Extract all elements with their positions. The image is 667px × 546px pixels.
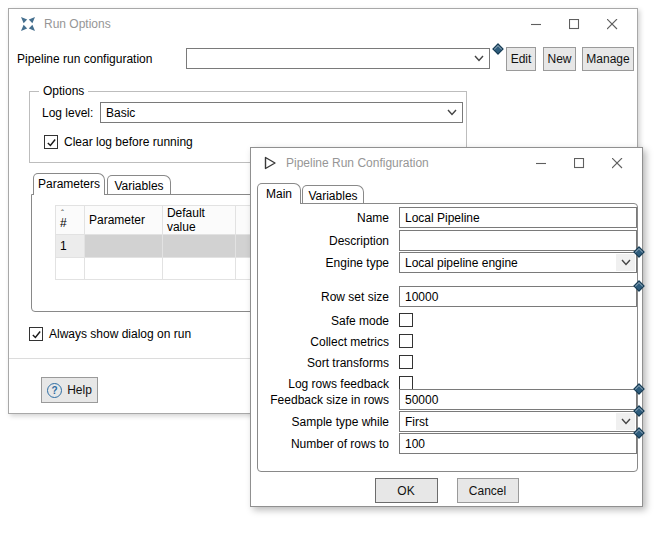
feedback-size-row: Feedback size in rows: [258, 389, 637, 410]
log-level-label: Log level:: [42, 106, 93, 120]
manage-button[interactable]: Manage: [582, 47, 634, 71]
pipeline-run-configuration-dialog: Pipeline Run Configuration Main Variable…: [250, 147, 643, 507]
default-value-cell[interactable]: [162, 235, 235, 258]
checkmark-icon: [46, 137, 57, 148]
parameter-cell[interactable]: [84, 235, 162, 258]
log-level-value: Basic: [106, 106, 442, 120]
screenshot-stage: Run Options Pipeline run configuration: [0, 0, 667, 546]
number-of-rows-label: Number of rows to: [258, 433, 394, 454]
always-show-row: Always show dialog on run: [29, 327, 191, 341]
checkmark-icon: [31, 329, 42, 340]
description-input[interactable]: [399, 230, 637, 251]
tab-variables[interactable]: Variables: [107, 175, 171, 195]
safe-mode-label: Safe mode: [258, 310, 394, 331]
sample-type-value: First: [405, 415, 616, 429]
sort-transforms-label: Sort transforms: [258, 352, 394, 373]
safe-mode-row: Safe mode: [258, 310, 637, 331]
log-level-combo[interactable]: Basic: [100, 102, 463, 123]
clear-log-row: Clear log before running: [44, 135, 193, 149]
collect-metrics-row: Collect metrics: [258, 331, 637, 352]
always-show-label: Always show dialog on run: [49, 327, 191, 341]
column-header-parameter[interactable]: Parameter: [84, 206, 162, 235]
sort-transforms-checkbox[interactable]: [399, 355, 413, 369]
row-number-cell[interactable]: 1: [56, 235, 85, 258]
number-of-rows-input[interactable]: [399, 433, 637, 454]
number-of-rows-row: Number of rows to: [258, 433, 637, 454]
engine-type-combo[interactable]: Local pipeline engine: [399, 252, 637, 273]
clear-log-label: Clear log before running: [64, 135, 193, 149]
pipeline-run-config-label: Pipeline run configuration: [17, 52, 152, 66]
description-row: Description: [258, 230, 637, 251]
edit-button[interactable]: Edit: [506, 47, 536, 71]
collect-metrics-checkbox[interactable]: [399, 334, 413, 348]
minimize-icon[interactable]: [517, 9, 555, 39]
default-value-cell[interactable]: [162, 258, 235, 280]
safe-mode-checkbox[interactable]: [399, 313, 413, 327]
name-label: Name: [258, 207, 394, 228]
feedback-size-input[interactable]: [399, 389, 637, 410]
chevron-down-icon: [616, 413, 635, 430]
close-icon[interactable]: [593, 9, 631, 39]
feedback-size-label: Feedback size in rows: [258, 389, 394, 410]
sample-type-row: Sample type while First: [258, 411, 637, 432]
run-options-titlebar[interactable]: Run Options: [9, 9, 637, 39]
main-tab-panel: Name Description Engine type Local pipel…: [257, 203, 638, 472]
close-icon[interactable]: [598, 148, 636, 178]
ok-button[interactable]: OK: [375, 478, 438, 503]
pipeline-run-config-combo[interactable]: [186, 48, 490, 69]
row-number-cell[interactable]: [56, 258, 85, 280]
tab-variables[interactable]: Variables: [302, 185, 364, 204]
tab-main[interactable]: Main: [257, 183, 301, 204]
options-group-legend: Options: [39, 84, 88, 98]
always-show-checkbox[interactable]: [29, 327, 43, 341]
clear-log-checkbox[interactable]: [44, 135, 58, 149]
chevron-down-icon: [442, 104, 461, 121]
cancel-button[interactable]: Cancel: [457, 478, 519, 503]
log-rows-feedback-checkbox[interactable]: [399, 376, 413, 390]
chevron-down-icon: [469, 50, 488, 67]
description-label: Description: [258, 230, 394, 251]
help-button[interactable]: ? Help: [41, 377, 98, 403]
minimize-icon[interactable]: [522, 148, 560, 178]
pipeline-run-config-row: Pipeline run configuration Edit New Mana…: [17, 47, 637, 71]
run-options-title: Run Options: [44, 17, 111, 31]
parameter-cell[interactable]: [84, 258, 162, 280]
row-set-size-row: Row set size: [258, 286, 637, 307]
variable-diamond-icon[interactable]: [492, 43, 503, 54]
column-header-default-value[interactable]: Default value: [162, 206, 235, 235]
column-header-num[interactable]: ˆ#: [56, 206, 85, 235]
pipeline-config-titlebar[interactable]: Pipeline Run Configuration: [251, 148, 642, 178]
maximize-icon[interactable]: [555, 9, 593, 39]
tab-parameters[interactable]: Parameters: [33, 173, 105, 195]
row-set-size-label: Row set size: [258, 286, 394, 307]
help-question-icon: ?: [47, 383, 62, 398]
dialog-button-bar: OK Cancel: [251, 478, 642, 503]
hop-pinwheel-icon: [20, 16, 36, 32]
new-button[interactable]: New: [543, 47, 576, 71]
maximize-icon[interactable]: [560, 148, 598, 178]
engine-type-label: Engine type: [258, 252, 394, 273]
play-triangle-icon: [262, 155, 278, 171]
row-set-size-input[interactable]: [399, 286, 637, 307]
chevron-down-icon: [616, 254, 635, 271]
name-input[interactable]: [399, 207, 637, 228]
engine-type-value: Local pipeline engine: [405, 256, 616, 270]
sample-type-label: Sample type while: [258, 411, 394, 432]
sort-transforms-row: Sort transforms: [258, 352, 637, 373]
collect-metrics-label: Collect metrics: [258, 331, 394, 352]
help-button-label: Help: [67, 383, 92, 397]
sample-type-combo[interactable]: First: [399, 411, 637, 432]
pipeline-config-title: Pipeline Run Configuration: [286, 156, 429, 170]
name-row: Name: [258, 207, 637, 228]
engine-type-row: Engine type Local pipeline engine: [258, 252, 637, 273]
